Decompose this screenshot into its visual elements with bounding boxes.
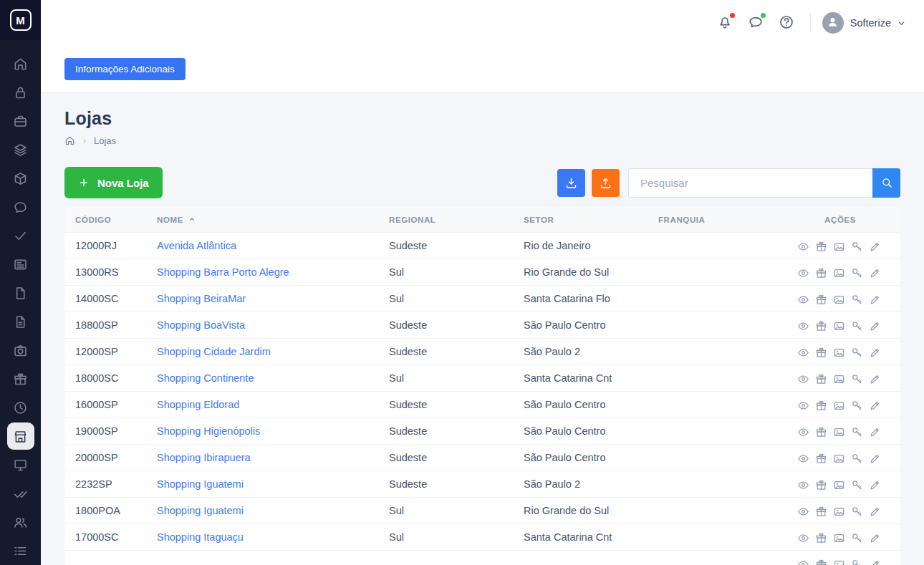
gift-icon[interactable] — [815, 453, 827, 465]
gift-icon[interactable] — [815, 426, 827, 438]
gift-icon[interactable] — [815, 479, 827, 491]
upload-button[interactable] — [592, 169, 620, 197]
key-icon[interactable] — [851, 453, 863, 465]
key-icon[interactable] — [851, 241, 863, 253]
store-link[interactable]: Shopping Iguatemi — [157, 505, 244, 516]
store-link[interactable]: Shopping BeiraMar — [157, 293, 246, 304]
edit-icon[interactable] — [869, 506, 881, 518]
edit-icon[interactable] — [869, 559, 881, 565]
edit-icon[interactable] — [869, 294, 881, 306]
gift-icon[interactable] — [815, 373, 827, 385]
view-icon[interactable] — [797, 400, 809, 412]
gift-icon[interactable] — [815, 320, 827, 332]
key-icon[interactable] — [851, 294, 863, 306]
image-icon[interactable] — [833, 506, 845, 518]
store-link[interactable]: Shopping Higienópolis — [157, 425, 260, 437]
sidebar-item-monitor[interactable] — [0, 450, 41, 479]
sidebar-item-list[interactable] — [0, 536, 41, 565]
store-link[interactable]: Shopping Barra Porto Alegre — [157, 266, 289, 278]
delete-icon[interactable] — [887, 532, 899, 544]
key-icon[interactable] — [851, 347, 863, 359]
store-link[interactable]: Shopping Continente — [157, 372, 254, 384]
delete-icon[interactable] — [887, 241, 899, 253]
view-icon[interactable] — [797, 506, 809, 518]
sidebar-item-layers[interactable] — [0, 135, 41, 164]
view-icon[interactable] — [797, 267, 809, 279]
delete-icon[interactable] — [887, 453, 899, 465]
view-icon[interactable] — [797, 426, 809, 438]
image-icon[interactable] — [833, 320, 845, 332]
view-icon[interactable] — [797, 294, 809, 306]
store-link[interactable]: Avenida Atlântica — [157, 240, 236, 251]
key-icon[interactable] — [851, 532, 863, 544]
edit-icon[interactable] — [869, 479, 881, 491]
column-regional[interactable]: REGIONAL — [389, 207, 524, 233]
sidebar-item-package[interactable] — [0, 164, 41, 193]
delete-icon[interactable] — [887, 294, 899, 306]
store-link[interactable]: Shopping Eldorad — [157, 399, 239, 410]
key-icon[interactable] — [851, 320, 863, 332]
delete-icon[interactable] — [887, 267, 899, 279]
sidebar-item-camera[interactable] — [0, 336, 41, 364]
key-icon[interactable] — [851, 506, 863, 518]
view-icon[interactable] — [797, 347, 809, 359]
view-icon[interactable] — [797, 320, 809, 332]
edit-icon[interactable] — [869, 426, 881, 438]
gift-icon[interactable] — [815, 506, 827, 518]
store-link[interactable]: Shopping Iguatemi — [157, 478, 244, 490]
new-store-button[interactable]: Nova Loja — [64, 167, 163, 198]
additional-info-button[interactable]: Informações Adicionais — [64, 58, 186, 80]
gift-icon[interactable] — [815, 559, 827, 565]
sidebar-item-clock[interactable] — [0, 393, 41, 422]
sidebar-item-file[interactable] — [0, 279, 41, 307]
sidebar-item-users[interactable] — [0, 508, 41, 536]
delete-icon[interactable] — [887, 400, 899, 412]
gift-icon[interactable] — [815, 267, 827, 279]
view-icon[interactable] — [797, 373, 809, 385]
image-icon[interactable] — [833, 241, 845, 253]
view-icon[interactable] — [797, 532, 809, 544]
sidebar-item-gift[interactable] — [0, 364, 41, 393]
edit-icon[interactable] — [869, 373, 881, 385]
gift-icon[interactable] — [815, 347, 827, 359]
key-icon[interactable] — [851, 373, 863, 385]
key-icon[interactable] — [851, 479, 863, 491]
sidebar-item-chat[interactable] — [0, 193, 41, 221]
image-icon[interactable] — [833, 347, 845, 359]
image-icon[interactable] — [833, 559, 845, 565]
column-nome[interactable]: NOME — [157, 207, 389, 233]
edit-icon[interactable] — [869, 267, 881, 279]
app-logo[interactable]: M — [0, 0, 41, 40]
delete-icon[interactable] — [887, 506, 899, 518]
edit-icon[interactable] — [869, 453, 881, 465]
column-codigo[interactable]: CÓDIGO — [64, 207, 157, 233]
image-icon[interactable] — [833, 400, 845, 412]
view-icon[interactable] — [797, 559, 809, 565]
image-icon[interactable] — [833, 453, 845, 465]
image-icon[interactable] — [833, 373, 845, 385]
store-link[interactable]: Shopping Itaguaçu — [157, 531, 244, 543]
delete-icon[interactable] — [887, 479, 899, 491]
sidebar-item-store[interactable] — [0, 422, 41, 450]
store-link[interactable]: Shopping Ibirapuera — [157, 452, 251, 463]
notifications-button[interactable] — [714, 11, 736, 35]
search-button[interactable] — [872, 168, 900, 198]
view-icon[interactable] — [797, 241, 809, 253]
delete-icon[interactable] — [887, 347, 899, 359]
sidebar-item-news[interactable] — [0, 250, 41, 279]
sidebar-item-check[interactable] — [0, 221, 41, 250]
search-input[interactable] — [628, 168, 872, 198]
sidebar-item-briefcase[interactable] — [0, 107, 41, 135]
view-icon[interactable] — [797, 479, 809, 491]
key-icon[interactable] — [851, 559, 863, 565]
store-link[interactable]: Shopping BoaVista — [157, 319, 245, 331]
edit-icon[interactable] — [869, 320, 881, 332]
key-icon[interactable] — [851, 267, 863, 279]
gift-icon[interactable] — [815, 294, 827, 306]
image-icon[interactable] — [833, 267, 845, 279]
breadcrumb-home-icon[interactable] — [64, 135, 75, 146]
user-menu[interactable]: Softerize — [822, 12, 907, 34]
key-icon[interactable] — [851, 400, 863, 412]
sidebar-item-file-invoice[interactable] — [0, 307, 41, 336]
key-icon[interactable] — [851, 426, 863, 438]
